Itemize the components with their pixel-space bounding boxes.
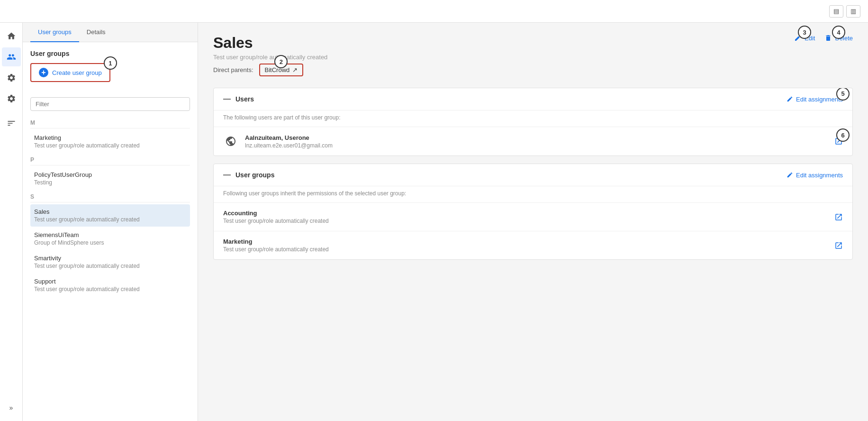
user-groups-section-card: — User groups Edit assignments Following…	[213, 164, 853, 260]
group-letter-p: P	[30, 154, 190, 165]
parent-chip-link-icon: ↗	[292, 66, 298, 73]
group-row-info: Marketing Test user group/role automatic…	[223, 238, 329, 253]
callout-2: 2	[274, 55, 288, 68]
accounting-link-button[interactable]	[834, 213, 843, 221]
list-item-name: Support	[34, 278, 186, 285]
callout-4: 4	[832, 26, 845, 39]
list-item-name: Smartivity	[34, 255, 186, 262]
group-letter-m: M	[30, 117, 190, 128]
group-row-desc: Test user group/role automatically creat…	[223, 246, 329, 253]
plus-icon: +	[39, 68, 48, 77]
user-groups-section-desc: Following user groups inherit the permis…	[214, 186, 852, 203]
layout-icon-1[interactable]: ▤	[829, 5, 843, 18]
callout-1: 1	[104, 56, 117, 70]
header-actions: Edit 3 Delete 4	[794, 34, 853, 42]
user-globe-icon	[223, 134, 238, 149]
list-item-name: Sales	[34, 208, 186, 215]
user-row: Aalnzuiteam, Userone lnz.uiteam.e2e.user…	[214, 127, 852, 156]
group-row-name: Accounting	[223, 210, 329, 217]
user-groups-section-title: — User groups	[223, 171, 274, 179]
group-row-name: Marketing	[223, 238, 329, 245]
list-item-desc: Test user group/role automatically creat…	[34, 216, 186, 223]
parents-row: Direct parents: BitCrowd ↗ 2	[213, 64, 853, 76]
users-collapse-icon[interactable]: —	[223, 95, 231, 103]
group-row-accounting: Accounting Test user group/role automati…	[214, 203, 852, 231]
marketing-link-button[interactable]	[834, 241, 843, 250]
user-email: lnz.uiteam.e2e.user01@gmail.com	[245, 142, 828, 149]
user-groups-edit-assignments-label: Edit assignments	[796, 172, 843, 179]
user-name: Aalnzuiteam, Userone	[245, 134, 828, 141]
users-title-text: Users	[235, 95, 254, 103]
list-item-desc: Testing	[34, 179, 186, 186]
list-item-support[interactable]: Support Test user group/role automatical…	[30, 274, 190, 296]
users-section-header: — Users Edit assignments 5	[214, 88, 852, 110]
group-row-info: Accounting Test user group/role automati…	[223, 210, 329, 224]
list-item-policy[interactable]: PolicyTestUserGroup Testing	[30, 167, 190, 190]
list-item-desc: Test user group/role automatically creat…	[34, 286, 186, 293]
parent-chip-label: BitCrowd	[265, 66, 290, 73]
callout-5: 5	[836, 88, 850, 101]
list-item-desc: Test user group/role automatically creat…	[34, 263, 186, 269]
user-groups-title-text: User groups	[235, 171, 274, 179]
left-panel-content: User groups + Create user group 1 M Mark…	[23, 42, 198, 421]
group-row-desc: Test user group/role automatically creat…	[223, 218, 329, 224]
top-bar: ▤ ▥	[0, 0, 868, 23]
callout-3: 3	[798, 26, 811, 39]
layout-icons: ▤ ▥	[829, 5, 860, 18]
list-item-desc: Group of MindSphere users	[34, 239, 186, 246]
group-letter-s: S	[30, 191, 190, 202]
nav-item-filter[interactable]	[2, 114, 21, 133]
group-row-marketing: Marketing Test user group/role automatic…	[214, 231, 852, 259]
nav-item-settings2[interactable]	[2, 89, 21, 108]
layout-icon-2[interactable]: ▥	[846, 5, 860, 18]
users-edit-assignments-label: Edit assignments	[796, 96, 843, 103]
nav-rail: »	[0, 23, 23, 421]
user-groups-edit-assignments-button[interactable]: Edit assignments	[787, 172, 843, 179]
user-groups-collapse-icon[interactable]: —	[223, 171, 231, 179]
filter-input[interactable]	[30, 97, 190, 111]
list-item-marketing[interactable]: Marketing Test user group/role automatic…	[30, 130, 190, 153]
list-item-sales[interactable]: Sales Test user group/role automatically…	[30, 204, 190, 227]
list-item-smartivity[interactable]: Smartivity Test user group/role automati…	[30, 251, 190, 273]
list-item-name: PolicyTestUserGroup	[34, 171, 186, 178]
direct-parents-label: Direct parents:	[213, 66, 253, 73]
list-item-siemens[interactable]: SiemensUiTeam Group of MindSphere users	[30, 228, 190, 250]
list-item-desc: Test user group/role automatically creat…	[34, 142, 186, 149]
list-item-name: SiemensUiTeam	[34, 231, 186, 238]
users-section-desc: The following users are part of this use…	[214, 110, 852, 127]
nav-item-home[interactable]	[2, 27, 21, 46]
nav-item-collapse[interactable]: »	[2, 398, 21, 417]
users-section-card: — Users Edit assignments 5 The following…	[213, 88, 853, 156]
left-panel-tabs: User groups Details	[23, 23, 198, 42]
users-edit-assignments-button[interactable]: Edit assignments	[787, 96, 843, 103]
content-header-left: Sales Test user group/role automatically…	[213, 34, 327, 61]
users-section-title: — Users	[223, 95, 254, 103]
user-groups-section-header: — User groups Edit assignments	[214, 164, 852, 186]
list-item-name: Marketing	[34, 134, 186, 141]
tab-details[interactable]: Details	[79, 23, 113, 42]
nav-item-users[interactable]	[2, 47, 21, 66]
user-info: Aalnzuiteam, Userone lnz.uiteam.e2e.user…	[245, 134, 828, 149]
content-title: Sales	[213, 34, 327, 52]
create-user-group-button[interactable]: + Create user group	[30, 63, 110, 82]
tab-user-groups[interactable]: User groups	[30, 23, 79, 42]
left-panel: User groups Details User groups + Create…	[23, 23, 198, 421]
callout-6: 6	[836, 128, 850, 142]
main-content: Sales Test user group/role automatically…	[198, 23, 868, 421]
content-subtitle: Test user group/role automatically creat…	[213, 54, 327, 61]
nav-item-settings1[interactable]	[2, 68, 21, 87]
